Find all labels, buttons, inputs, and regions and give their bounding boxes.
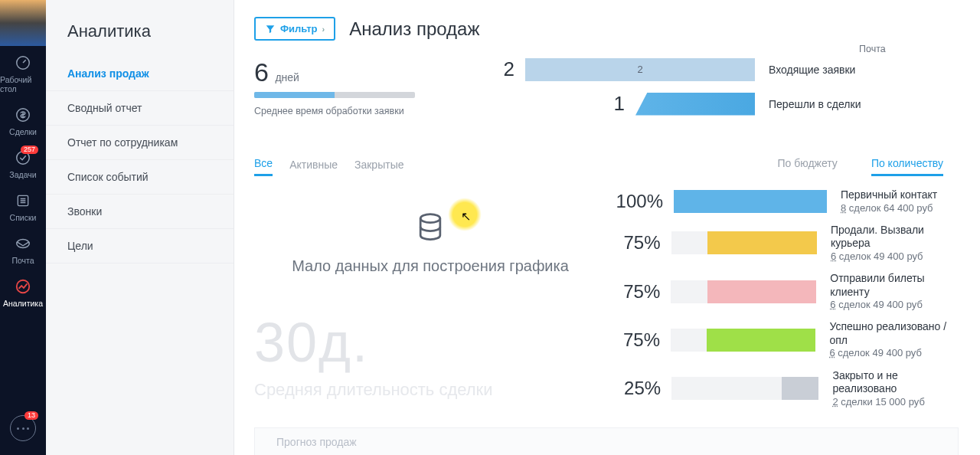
chevron-right-icon: ›: [322, 25, 325, 34]
rail-label: Сделки: [9, 127, 37, 136]
tab-by-count[interactable]: По количеству: [871, 157, 943, 176]
database-icon: [413, 211, 447, 245]
sidebar: Аналитика Анализ продаж Сводный отчет От…: [46, 0, 234, 455]
tabs-row: Все Активные Закрытые По бюджету По коли…: [254, 157, 960, 176]
stage-bar: [671, 280, 816, 303]
stage-row: 75%Успешно реализовано / опл6 сделок 49 …: [606, 320, 960, 359]
list-icon: [14, 191, 32, 210]
deals-count: 1: [469, 92, 625, 116]
ghost-duration-value: 30д.: [254, 311, 369, 374]
stage-title: Первичный контакт: [841, 188, 937, 202]
rail-item-analytics[interactable]: Аналитика: [0, 270, 46, 313]
cursor-icon: ↖: [461, 209, 471, 224]
stage-title: Продали. Вызвали курьера: [831, 224, 960, 250]
chart-placeholder-area: Мало данных для построения графика 30д. …: [254, 188, 606, 417]
chat-button[interactable]: 13: [10, 415, 36, 441]
stage-percent: 100%: [606, 191, 663, 212]
dollar-icon: [14, 106, 32, 124]
stage-info: Продали. Вызвали курьера6 сделок 49 400 …: [831, 224, 960, 263]
rail-label: Списки: [10, 213, 37, 222]
stage-percent: 25%: [606, 378, 661, 399]
stage-title: Отправили билеты клиенту: [830, 272, 960, 299]
main-content: Фильтр › Анализ продаж 6 дней Среднее вр…: [234, 0, 980, 455]
placeholder-message: Мало данных для построения графика: [254, 256, 606, 277]
stage-percent: 75%: [606, 329, 660, 351]
deals-label: Перешли в сделки: [769, 98, 861, 110]
stage-info: Первичный контакт8 сделок 64 400 руб: [841, 188, 937, 214]
stage-row: 75%Отправили билеты клиенту6 сделок 49 4…: [606, 272, 960, 311]
days-unit: дней: [275, 71, 299, 83]
stage-row: 75%Продали. Вызвали курьера6 сделок 49 4…: [606, 224, 960, 263]
rail-label: Аналитика: [3, 299, 43, 308]
rail-item-lists[interactable]: Списки: [0, 184, 46, 227]
sidebar-title: Аналитика: [46, 0, 234, 57]
forecast-label: Прогноз продаж: [276, 436, 357, 448]
incoming-count: 2: [469, 57, 514, 81]
incoming-bar-value: 2: [637, 64, 642, 75]
rail-item-deals[interactable]: Сделки: [0, 98, 46, 141]
funnel-block: Почта 2 2 Входящие заявки 1 Перешли в сд…: [469, 57, 960, 126]
incoming-label: Входящие заявки: [769, 64, 855, 76]
days-value: 6: [254, 57, 269, 87]
rail-item-mail[interactable]: Почта: [0, 227, 46, 270]
stage-info: Закрыто и не реализовано2 сделки 15 000 …: [832, 369, 960, 408]
stage-percent: 75%: [606, 232, 661, 254]
rail-label: Рабочий стол: [0, 75, 46, 93]
stage-bar: [674, 190, 827, 213]
rail-header-image: [0, 0, 46, 46]
stage-sub: 2 сделки 15 000 руб: [832, 396, 960, 408]
sidebar-item-sales-analysis[interactable]: Анализ продаж: [46, 57, 234, 91]
stage-bar: [671, 377, 818, 400]
funnel-icon: [265, 24, 276, 34]
stage-percent: 75%: [606, 281, 660, 303]
chat-badge: 13: [24, 411, 38, 420]
filter-button[interactable]: Фильтр ›: [254, 17, 335, 41]
check-circle-icon: 257: [14, 149, 32, 167]
stages-list: 100%Первичный контакт8 сделок 64 400 руб…: [606, 188, 960, 417]
stage-bar: [671, 231, 818, 254]
stage-row: 25%Закрыто и не реализовано2 сделки 15 0…: [606, 369, 960, 408]
left-rail: Рабочий стол Сделки 257 Задачи Списки По…: [0, 0, 46, 455]
rail-label: Задачи: [9, 170, 36, 179]
page-title: Анализ продаж: [349, 18, 479, 40]
rail-item-tasks[interactable]: 257 Задачи: [0, 141, 46, 184]
forecast-section[interactable]: Прогноз продаж: [254, 427, 959, 455]
stage-title: Успешно реализовано / опл: [829, 320, 960, 347]
incoming-bar: 2: [525, 58, 755, 81]
days-progress: [254, 92, 415, 98]
stage-info: Успешно реализовано / опл6 сделок 49 400…: [829, 320, 960, 359]
filter-label: Фильтр: [280, 23, 318, 34]
gauge-icon: [14, 54, 32, 72]
days-sublabel: Среднее время обработки заявки: [254, 106, 469, 116]
sidebar-item-goals[interactable]: Цели: [46, 229, 234, 264]
tasks-badge: 257: [21, 146, 38, 154]
sidebar-item-events[interactable]: Список событий: [46, 160, 234, 195]
rail-label: Почта: [11, 256, 34, 265]
stage-sub: 6 сделок 49 400 руб: [830, 299, 960, 311]
sidebar-item-employees[interactable]: Отчет по сотрудникам: [46, 126, 234, 160]
funnel-source-label: Почта: [859, 44, 886, 54]
sidebar-item-summary[interactable]: Сводный отчет: [46, 91, 234, 126]
deals-bar: [635, 93, 755, 116]
ghost-duration-label: Средняя длительность сделки: [254, 380, 493, 400]
tab-all[interactable]: Все: [254, 157, 273, 176]
stage-sub: 6 сделок 49 400 руб: [829, 347, 960, 359]
tab-closed[interactable]: Закрытые: [354, 159, 403, 175]
stat-days: 6 дней Среднее время обработки заявки: [254, 57, 469, 116]
svg-point-6: [420, 214, 440, 223]
tab-by-budget[interactable]: По бюджету: [778, 157, 838, 176]
stage-row: 100%Первичный контакт8 сделок 64 400 руб: [606, 188, 960, 214]
stage-title: Закрыто и не реализовано: [832, 369, 960, 396]
stage-sub: 8 сделок 64 400 руб: [841, 202, 937, 214]
mail-icon: [14, 234, 32, 253]
tab-active[interactable]: Активные: [289, 159, 338, 175]
stage-sub: 6 сделок 49 400 руб: [831, 250, 960, 263]
sidebar-item-calls[interactable]: Звонки: [46, 195, 234, 229]
stage-bar: [671, 329, 815, 352]
rail-item-desktop[interactable]: Рабочий стол: [0, 46, 46, 98]
stage-info: Отправили билеты клиенту6 сделок 49 400 …: [830, 272, 960, 311]
analytics-icon: [14, 277, 32, 296]
